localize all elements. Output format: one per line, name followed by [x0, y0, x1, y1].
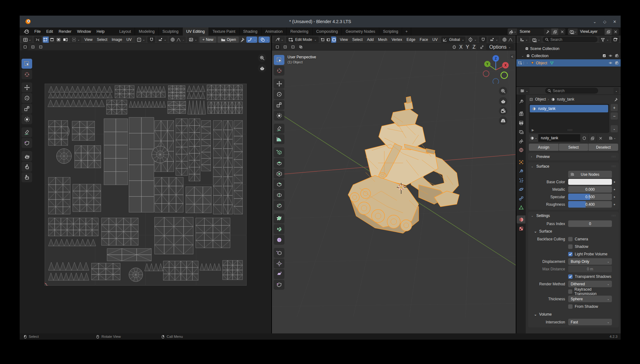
breadcrumb-material[interactable]: rusty_tank [557, 97, 574, 101]
base-color-swatch[interactable] [568, 179, 612, 185]
relax-tool[interactable] [22, 162, 32, 172]
poly-build-tool[interactable] [274, 214, 284, 224]
uv-menu-image[interactable]: Image [110, 37, 124, 42]
bevel-tool[interactable] [274, 179, 284, 189]
shrink-fatten-tool[interactable] [274, 258, 284, 268]
material-name-field[interactable]: rusty_tank [538, 134, 580, 142]
uv-menu-select[interactable]: Select [95, 37, 109, 42]
move-tool[interactable] [274, 79, 284, 89]
expand-caret[interactable]: › [525, 61, 529, 65]
mirror-icon[interactable] [451, 44, 457, 50]
face-mode-button[interactable] [331, 37, 336, 43]
node-tree-dropdown[interactable]: ⌄ [606, 134, 618, 142]
uv-editor-type-button[interactable]: ⌄ [21, 37, 32, 43]
animate-dot[interactable]: ● [612, 195, 617, 199]
mirror-x-button[interactable]: X [458, 44, 464, 50]
rip-region-tool[interactable] [274, 280, 284, 290]
snap-toggle[interactable] [479, 37, 487, 43]
volume-subpanel-header[interactable]: ⌄Volume [528, 311, 619, 318]
properties-options-dropdown[interactable]: ⌄ [613, 88, 619, 94]
uv-proportional-edit-toggle[interactable]: ⌄ [169, 37, 186, 43]
assign-button[interactable]: Assign [529, 144, 559, 151]
pass-index-field[interactable]: 0 [568, 220, 612, 227]
collection-checkbox[interactable] [602, 54, 606, 58]
pivot-point-dropdown[interactable]: ⌄ [467, 37, 478, 43]
backface-shadow-row[interactable]: Shadow [568, 244, 612, 249]
edge-mode-button[interactable] [326, 37, 331, 43]
light-probe-row[interactable]: Light Probe Volume [568, 252, 612, 256]
viewport-canvas[interactable]: User Perspective (1) Object Z Y X < [272, 51, 516, 333]
smooth-tool[interactable] [274, 235, 284, 245]
uv-new-image-button[interactable]: +New [199, 37, 216, 43]
properties-tab-texture[interactable] [517, 224, 525, 233]
surface-subpanel-header[interactable]: ⌄Surface [528, 228, 619, 235]
properties-tab-scene[interactable] [517, 137, 525, 145]
uv-tool-mode-extend[interactable] [29, 44, 36, 50]
transform-tool[interactable] [274, 111, 284, 121]
disable-in-renders-icon[interactable] [614, 61, 619, 65]
navigation-gizmo[interactable]: Z Y X [481, 54, 511, 84]
transform-orientation-dropdown[interactable]: Global⌄ [441, 37, 465, 43]
workspace-tab-layout[interactable]: Layout [116, 27, 135, 36]
uv-zoom-button[interactable] [258, 54, 266, 62]
thickness-dropdown[interactable]: Sphere⌄ [568, 296, 612, 302]
select-box-tool[interactable] [22, 59, 32, 69]
material-slot-selected[interactable]: rusty_tank [530, 105, 608, 112]
properties-tab-view-layer[interactable] [517, 128, 525, 136]
light-probe-checkbox[interactable] [568, 252, 573, 256]
outliner-row-collection[interactable]: ⌄ Collection [516, 52, 621, 59]
workspace-tab-texture-paint[interactable]: Texture Paint [209, 27, 239, 36]
uv-select-face-button[interactable] [56, 37, 62, 43]
vertex-mode-button[interactable] [320, 37, 326, 43]
outliner-search[interactable] [543, 37, 598, 42]
workspace-tab-uv-editing[interactable]: UV Editing [183, 27, 209, 36]
uv-sync-select-toggle[interactable] [34, 37, 42, 43]
unlink-material-button[interactable] [596, 134, 604, 142]
tool-options-dropdown[interactable]: Options⌄ [486, 44, 514, 50]
preview-panel-header[interactable]: ›Preview∷∷ [528, 153, 619, 160]
viewlayer-browse-button[interactable]: ⌄ [568, 28, 578, 35]
slot-specials-dropdown[interactable]: ⌄ [611, 125, 618, 132]
workspace-tab-modeling[interactable]: Modeling [135, 27, 159, 36]
settings-panel-header[interactable]: ⌄Settings∷∷ [528, 212, 619, 219]
scene-copy-button[interactable] [551, 28, 558, 35]
properties-tab-tool[interactable] [517, 97, 525, 106]
new-collection-button[interactable] [611, 37, 619, 43]
viewlayer-name[interactable]: ViewLayer [578, 28, 604, 35]
vp-pan-button[interactable] [499, 97, 507, 106]
uv-overlays-toggle[interactable]: ⌄ [258, 37, 270, 43]
vp-zoom-button[interactable] [499, 87, 507, 95]
metallic-slider[interactable]: 0.000 [568, 186, 612, 193]
hide-in-viewport-icon[interactable] [608, 61, 613, 65]
viewlayer-remove-button[interactable] [612, 28, 619, 35]
window-close-button[interactable]: ✕ [612, 19, 618, 24]
uv-menu-uv[interactable]: UV [124, 37, 134, 42]
from-shadow-row[interactable]: From Shadow [568, 304, 612, 309]
fake-user-button[interactable] [580, 134, 588, 142]
viewport-menu-add[interactable]: Add [365, 37, 376, 42]
workspace-tab-geometry-nodes[interactable]: Geometry Nodes [342, 27, 379, 36]
scene-browse-button[interactable]: ⌄ [508, 28, 517, 35]
add-cube-tool[interactable] [274, 147, 284, 157]
viewlayer-copy-button[interactable] [605, 28, 612, 35]
surface-panel-header[interactable]: ⌄Surface∷∷ [528, 162, 619, 170]
annotate-tool[interactable] [22, 127, 32, 137]
viewport-menu-edge[interactable]: Edge [404, 37, 417, 42]
outliner-row-scene-collection[interactable]: Scene Collection [516, 45, 621, 52]
pinch-tool[interactable] [22, 172, 32, 182]
rotate-tool[interactable] [274, 89, 284, 99]
hide-in-viewport-icon[interactable] [608, 54, 613, 58]
uv-open-image-button[interactable]: Open [218, 37, 239, 43]
displacement-dropdown[interactable]: Bump Only⌄ [568, 258, 612, 265]
transparent-shadows-row[interactable]: Transparent Shadows [568, 274, 612, 279]
new-material-button[interactable] [588, 134, 596, 142]
vp-tool-mode-intersect[interactable] [297, 44, 304, 50]
edge-slide-tool[interactable] [274, 248, 284, 258]
scale-tool[interactable] [22, 104, 32, 114]
vp-tool-mode-set[interactable] [274, 44, 281, 50]
scene-unlink-button[interactable] [559, 28, 565, 35]
uv-image-browse-button[interactable]: ⌄ [187, 37, 198, 43]
viewport-editor-type-button[interactable]: ⌄ [273, 37, 285, 43]
move-tool[interactable] [22, 82, 32, 92]
workspace-tab-scripting[interactable]: Scripting [379, 27, 402, 36]
